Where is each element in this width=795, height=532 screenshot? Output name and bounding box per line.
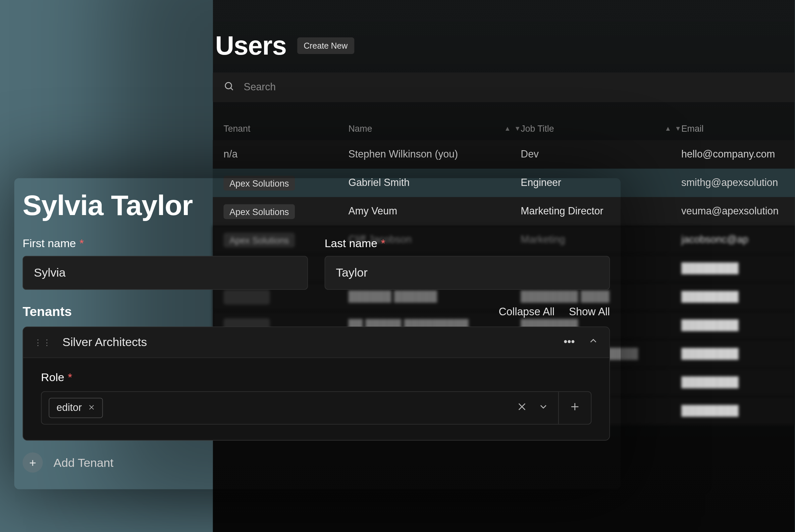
search-icon xyxy=(223,81,234,94)
page-title: Users xyxy=(215,31,287,60)
name-cell: Stephen Wilkinson (you) xyxy=(348,149,521,160)
col-tenant[interactable]: Tenant xyxy=(223,123,348,133)
sort-job-desc-icon[interactable]: ▼ xyxy=(675,125,681,132)
first-name-label: First name xyxy=(22,237,76,250)
tenant-card: ⋮⋮ Silver Architects ••• Role * xyxy=(22,326,610,441)
role-label: Role xyxy=(41,371,64,384)
edit-user-drawer: Sylvia Taylor First name * Last name * T… xyxy=(14,178,621,489)
email-cell: veuma@apexsolution xyxy=(681,206,784,217)
show-all-button[interactable]: Show All xyxy=(569,305,610,318)
tenant-cell: n/a xyxy=(223,149,237,160)
email-cell: jacobsonc@ap xyxy=(681,234,784,246)
last-name-field: Last name * xyxy=(325,237,610,290)
first-name-input[interactable] xyxy=(22,256,308,289)
more-options-button[interactable]: ••• xyxy=(563,336,575,349)
edit-user-name-heading: Sylvia Taylor xyxy=(22,189,610,222)
add-role-button[interactable] xyxy=(559,392,591,424)
users-header: Users Create New xyxy=(213,24,795,73)
open-role-dropdown-button[interactable] xyxy=(538,401,548,414)
col-email[interactable]: Email xyxy=(681,123,784,133)
search-input[interactable] xyxy=(244,81,784,93)
role-select[interactable]: editor xyxy=(41,392,592,425)
col-name[interactable]: Name ▲ ▼ xyxy=(348,123,521,133)
collapse-card-button[interactable] xyxy=(588,336,599,349)
add-tenant-button[interactable]: + xyxy=(22,453,43,473)
svg-line-1 xyxy=(231,88,233,90)
clear-roles-button[interactable] xyxy=(517,401,527,414)
plus-icon: + xyxy=(29,456,36,469)
role-tag-label: editor xyxy=(56,402,82,414)
sort-name-asc-icon[interactable]: ▲ xyxy=(504,125,511,132)
create-new-button[interactable]: Create New xyxy=(297,37,354,54)
add-tenant-row[interactable]: + Add Tenant xyxy=(22,453,610,473)
more-horizontal-icon: ••• xyxy=(563,336,575,348)
required-indicator: * xyxy=(68,371,72,384)
chevron-up-icon xyxy=(588,337,599,349)
search-bar[interactable] xyxy=(213,73,795,102)
email-cell: smithg@apexsolution xyxy=(681,177,784,189)
job-cell: Dev xyxy=(521,149,681,160)
remove-role-button[interactable] xyxy=(88,403,95,413)
table-header: Tenant Name ▲ ▼ Job Title ▲ ▼ Email xyxy=(213,116,795,140)
svg-point-0 xyxy=(225,82,232,89)
sort-job-asc-icon[interactable]: ▲ xyxy=(665,125,671,132)
add-tenant-label: Add Tenant xyxy=(54,456,114,469)
last-name-input[interactable] xyxy=(325,256,610,289)
role-tag: editor xyxy=(49,398,102,418)
sort-name-desc-icon[interactable]: ▼ xyxy=(514,125,521,132)
drag-handle-icon[interactable]: ⋮⋮ xyxy=(34,338,52,347)
collapse-all-button[interactable]: Collapse All xyxy=(499,305,555,318)
required-indicator: * xyxy=(381,237,385,250)
col-job-title[interactable]: Job Title ▲ ▼ xyxy=(521,123,681,133)
tenant-card-header: ⋮⋮ Silver Architects ••• xyxy=(23,327,610,358)
required-indicator: * xyxy=(79,237,84,250)
email-cell: hello@company.com xyxy=(681,149,784,160)
tenant-card-title: Silver Architects xyxy=(62,336,553,349)
tenants-heading: Tenants xyxy=(22,304,72,320)
last-name-label: Last name xyxy=(325,237,377,250)
table-row[interactable]: n/a Stephen Wilkinson (you) Dev hello@co… xyxy=(213,140,795,169)
plus-icon xyxy=(570,401,580,414)
first-name-field: First name * xyxy=(22,237,308,290)
